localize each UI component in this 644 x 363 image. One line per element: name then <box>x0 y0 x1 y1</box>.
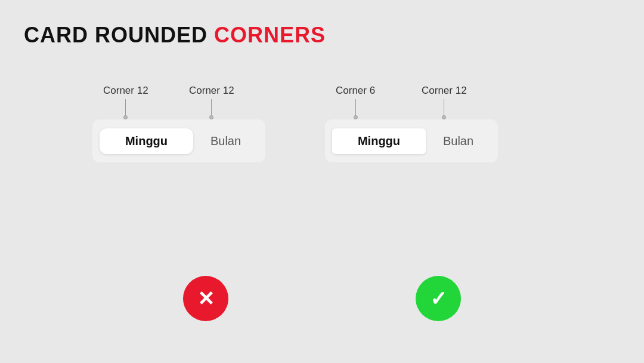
right-tab-inactive[interactable]: Bulan <box>426 134 491 148</box>
right-annotation-line-1 <box>355 99 356 116</box>
verdict-row: ✕ ✓ <box>0 276 644 321</box>
right-example: Corner 6 Corner 12 Minggu Bulan <box>325 84 498 162</box>
right-annotation-row: Corner 6 Corner 12 <box>325 84 498 119</box>
left-tab-inactive[interactable]: Bulan <box>193 134 258 148</box>
right-corner-label-1: Corner 6 <box>336 85 375 97</box>
right-card: Minggu Bulan <box>325 119 498 162</box>
right-annotation-dot-1 <box>354 115 358 119</box>
right-annotation-line-2 <box>444 99 444 116</box>
correct-verdict-circle: ✓ <box>416 276 461 321</box>
left-corner-label-1: Corner 12 <box>103 85 148 97</box>
title-card-rounded: CARD ROUNDED <box>24 23 214 47</box>
left-annotation-1: Corner 12 <box>103 85 148 119</box>
title-corners: CORNERS <box>214 23 326 47</box>
right-annotation-2: Corner 12 <box>422 85 467 119</box>
page-title: CARD ROUNDED CORNERS <box>24 23 326 48</box>
left-annotation-row: Corner 12 Corner 12 <box>92 84 265 119</box>
left-tab-active[interactable]: Minggu <box>100 128 193 154</box>
right-corner-label-2: Corner 12 <box>422 85 467 97</box>
left-annotation-line-1 <box>125 99 126 116</box>
left-annotation-dot-2 <box>209 115 213 119</box>
right-annotation-1: Corner 6 <box>336 85 375 119</box>
left-example: Corner 12 Corner 12 Minggu Bulan <box>92 84 265 162</box>
left-annotation-dot-1 <box>123 115 128 119</box>
left-card: Minggu Bulan <box>92 119 265 162</box>
left-corner-label-2: Corner 12 <box>189 85 234 97</box>
correct-icon: ✓ <box>430 288 447 309</box>
right-annotation-dot-2 <box>442 115 446 119</box>
wrong-verdict-circle: ✕ <box>183 276 228 321</box>
left-annotation-line-2 <box>211 99 212 116</box>
right-tab-active[interactable]: Minggu <box>332 128 426 154</box>
left-annotation-2: Corner 12 <box>189 85 234 119</box>
wrong-icon: ✕ <box>197 288 214 309</box>
